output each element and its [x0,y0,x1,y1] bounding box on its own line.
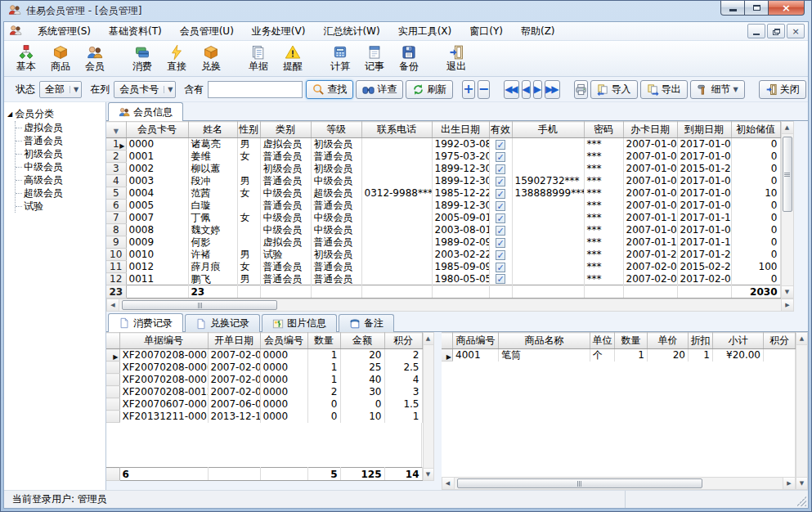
menu-item-6[interactable]: 窗口(Y) [460,24,512,38]
grid-cell[interactable]: 40 [340,374,384,386]
grid-cell[interactable]: 0 [340,398,384,411]
grid-cell[interactable] [361,261,432,273]
grid-cell[interactable]: 2013-12-11 [208,411,260,423]
valid-cell[interactable]: ✓ [489,138,512,150]
tab-兑换记录[interactable]: 兑换记录 [185,314,260,332]
checkbox-checked-icon[interactable]: ✓ [496,274,505,284]
column-header-开单日期[interactable]: 开单日期 [208,333,260,349]
grid-cell[interactable]: 1899-12-30 [432,200,489,212]
grid-cell[interactable]: 虚拟会员 [260,236,311,249]
inspect-button[interactable]: 详查 [356,80,403,99]
row-gutter[interactable]: 4 [106,175,126,187]
grid-cell[interactable]: 2007-01-03 [623,200,677,212]
row-gutter[interactable]: 1▶ [106,138,126,150]
detail-button[interactable]: 细节 ▼ [690,80,745,99]
grid-cell[interactable]: 1899-12-30 [432,175,489,187]
grid-cell[interactable] [764,349,796,362]
grid-cell[interactable]: 2007-01-01 [623,163,677,175]
grid-cell[interactable]: 15902732*** [512,175,584,187]
grid-cell[interactable] [512,163,584,175]
titlebar[interactable]: 佳易会员管理 - [会员管理] × [3,1,809,21]
column-header-gutter[interactable] [106,333,119,349]
grid-cell[interactable]: 男 [237,273,260,285]
grid-cell[interactable]: XF20131211-0001 [119,411,208,423]
checkbox-checked-icon[interactable]: ✓ [496,189,505,199]
grid-cell[interactable]: 鹏飞 [188,273,237,285]
grid-cell[interactable]: 普通会员 [311,236,361,249]
grid-cell[interactable]: 2017-01-01 [677,175,731,187]
grid-cell[interactable]: 男 [237,175,260,187]
valid-cell[interactable]: ✓ [489,163,512,175]
toolbar-button-提醒[interactable]: 提醒 [276,43,310,75]
grid-cell[interactable]: 初级会员 [260,163,311,175]
grid-cell[interactable]: 女 [237,187,260,200]
grid-cell[interactable]: 1975-03-20 [432,150,489,163]
grid-cell[interactable] [512,224,584,236]
import-button[interactable]: 导入 [590,80,638,99]
members-vscrollbar[interactable]: ▲ ▼ [781,121,794,299]
grid-cell[interactable]: 中级会员 [311,224,361,236]
grid-cell[interactable]: 0 [731,150,780,163]
window-close-button[interactable]: × [768,1,805,16]
tree-node-2[interactable]: 初级会员 [16,147,104,160]
grid-cell[interactable]: 2017-01-17 [677,236,731,249]
valid-cell[interactable]: ✓ [489,261,512,273]
valid-cell[interactable]: ✓ [489,150,512,163]
menu-item-3[interactable]: 业务处理(V) [243,24,315,38]
column-header-会员编号[interactable]: 会员编号 [260,333,307,349]
search-input[interactable] [208,81,303,98]
mdi-restore-button[interactable] [767,24,785,38]
grid-cell[interactable]: 诸葛亮 [188,138,237,150]
grid-cell[interactable]: 1 [307,362,340,374]
grid-cell[interactable]: 2007-01-01 [623,138,677,150]
grid-cell[interactable]: 2017-01-01 [677,150,731,163]
grid-cell[interactable]: 丁佩 [188,212,237,224]
grid-cell[interactable] [361,224,432,236]
prev-record-button[interactable]: ◀ [522,80,531,99]
checkbox-checked-icon[interactable]: ✓ [496,152,505,162]
grid-cell[interactable]: 中级会员 [260,212,311,224]
menu-item-1[interactable]: 基础资料(T) [100,24,171,38]
refresh-button[interactable]: 刷新 [406,80,453,99]
grid-cell[interactable]: ¥20.00 [713,349,764,362]
toolbar-button-直接[interactable]: 直接 [159,43,194,75]
toolbar-button-基本[interactable]: 基本 [9,43,43,75]
tree-node-6[interactable]: 试验 [16,200,104,213]
grid-cell[interactable] [512,212,584,224]
tree-node-0[interactable]: 虚拟会员 [16,121,104,134]
checkbox-checked-icon[interactable]: ✓ [496,164,505,174]
valid-cell[interactable]: ✓ [489,175,512,187]
grid-cell[interactable]: 1899-12-30 [432,163,489,175]
menu-item-4[interactable]: 汇总统计(W) [314,24,388,38]
resize-grip[interactable] [796,496,806,506]
column-header-性别[interactable]: 性别 [237,122,260,138]
grid-cell[interactable]: 0005 [126,200,188,212]
grid-cell[interactable]: 0 [731,138,780,150]
members-hscrollbar[interactable]: ◀ ▶ [106,299,794,312]
grid-cell[interactable]: 2015-02-25 [677,261,731,273]
grid-cell[interactable]: 0 [731,249,780,261]
grid-cell[interactable]: 何影 [188,236,237,249]
grid-cell[interactable]: 2007-02-08 [623,261,677,273]
tree-node-4[interactable]: 高级会员 [16,173,104,186]
checkbox-checked-icon[interactable]: ✓ [496,263,505,272]
grid-cell[interactable]: 男 [237,138,260,150]
column-header-积分[interactable]: 积分 [384,333,422,349]
column-header-gutter[interactable]: ▼ [106,122,126,138]
grid-cell[interactable]: 2017-01-04 [677,224,731,236]
grid-cell[interactable]: 普通会员 [311,150,361,163]
grid-cell[interactable]: 2007-01-20 [623,249,677,261]
grid-cell[interactable]: 0002 [126,163,188,175]
grid-cell[interactable] [361,138,432,150]
grid-cell[interactable]: 2017-01-20 [677,249,731,261]
row-gutter[interactable]: 10 [106,249,126,261]
checkbox-checked-icon[interactable]: ✓ [496,201,505,211]
grid-cell[interactable]: 男 [237,249,260,261]
grid-cell[interactable] [361,200,432,212]
grid-cell[interactable]: 0003 [126,175,188,187]
grid-cell[interactable]: 2 [384,349,422,362]
grid-cell[interactable]: 白璇 [188,200,237,212]
grid-cell[interactable]: 25 [340,362,384,374]
tree-node-root[interactable]: ◢ 会员分类 [7,107,104,121]
grid-cell[interactable]: 柳以蕙 [188,163,237,175]
